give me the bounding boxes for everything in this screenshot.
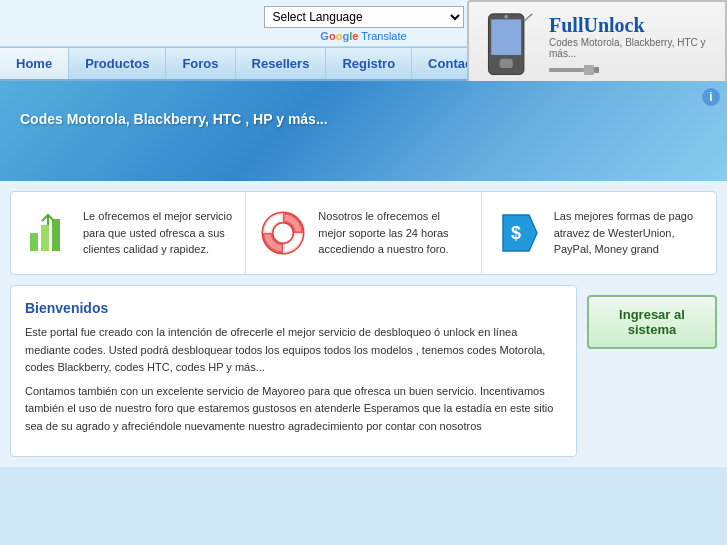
info-bubble: i (700, 86, 722, 108)
login-button[interactable]: Ingresar al sistema (587, 295, 717, 349)
content-paragraph-1: Este portal fue creado con la intención … (25, 324, 562, 377)
logo-title: FullUnlock (549, 15, 715, 35)
hero-text: Codes Motorola, Blackberry, HTC , HP y m… (20, 111, 707, 127)
logo-box: FullUnlock Codes Motorola, Blackberry, H… (467, 0, 727, 94)
feature-icon-support (258, 208, 308, 258)
content-body: Este portal fue creado con la intención … (25, 324, 562, 436)
svg-rect-1 (491, 19, 521, 54)
nav-bar: Home Productos Foros Resellers Registro … (0, 47, 727, 81)
svg-text:$: $ (511, 223, 521, 243)
nav-item-foros[interactable]: Foros (166, 48, 235, 79)
logo-subtitle: Codes Motorola, Blackberry, HTC y más... (549, 37, 715, 59)
nav-item-productos[interactable]: Productos (69, 48, 166, 79)
lifesaver-icon (261, 211, 305, 255)
feature-support: Nosotros le ofrecemos el mejor soporte l… (246, 192, 481, 274)
logo-phone-icon (479, 12, 539, 82)
nav-item-resellers[interactable]: Resellers (236, 48, 327, 79)
content-main: Bienvenidos Este portal fue creado con l… (10, 285, 577, 457)
content-paragraph-2: Contamos también con un excelente servic… (25, 383, 562, 436)
dollar-tag-icon: $ (497, 211, 541, 255)
language-select[interactable]: Select Language (264, 6, 464, 28)
hero-section: i Codes Motorola, Blackberry, HTC , HP y… (0, 81, 727, 181)
svg-rect-5 (549, 68, 584, 72)
features-row: Le ofrecemos el mejor servicio para que … (10, 191, 717, 275)
feature-icon-payment: $ (494, 208, 544, 258)
content-sidebar: Ingresar al sistema (587, 285, 717, 457)
svg-rect-6 (584, 65, 594, 75)
nav-logo-area: FullUnlock Codes Motorola, Blackberry, H… (711, 48, 727, 79)
svg-rect-2 (500, 59, 513, 68)
svg-line-4 (524, 14, 532, 21)
svg-rect-8 (30, 233, 38, 251)
content-title: Bienvenidos (25, 300, 562, 316)
usb-icon (549, 63, 599, 77)
logo-text-area: FullUnlock Codes Motorola, Blackberry, H… (549, 15, 715, 80)
feature-icon-service (23, 208, 73, 258)
svg-rect-10 (52, 219, 60, 251)
svg-point-3 (504, 15, 508, 19)
main-content: Le ofrecemos el mejor servicio para que … (0, 181, 727, 467)
nav-item-registro[interactable]: Registro (326, 48, 412, 79)
svg-point-13 (272, 222, 294, 244)
feature-service: Le ofrecemos el mejor servicio para que … (11, 192, 246, 274)
feature-text-support: Nosotros le ofrecemos el mejor soporte l… (318, 208, 468, 258)
bar-chart-icon (28, 213, 68, 253)
svg-rect-7 (594, 67, 599, 73)
nav-item-home[interactable]: Home (0, 48, 69, 79)
feature-payment: $ Las mejores formas de pago atravez de … (482, 192, 716, 274)
svg-rect-9 (41, 225, 49, 251)
feature-text-payment: Las mejores formas de pago atravez de We… (554, 208, 704, 258)
content-section: Bienvenidos Este portal fue creado con l… (10, 285, 717, 457)
feature-text-service: Le ofrecemos el mejor servicio para que … (83, 208, 233, 258)
